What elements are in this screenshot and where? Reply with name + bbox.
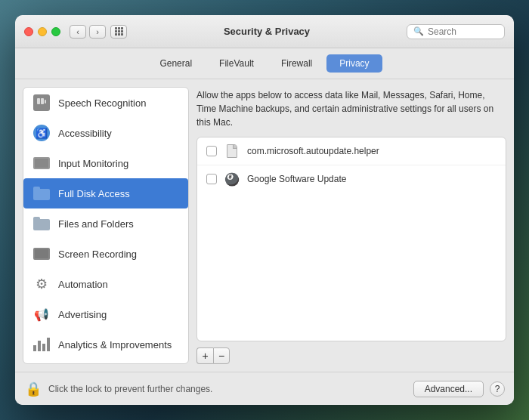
titlebar: ‹ › Security & Privacy 🔍 [15, 15, 514, 48]
forward-button[interactable]: › [89, 25, 106, 39]
nav-buttons: ‹ › [70, 25, 106, 39]
description-text: Allow the apps below to access data like… [196, 87, 506, 131]
sidebar-item-automation[interactable]: ⚙ Automation [23, 269, 188, 299]
search-input[interactable] [428, 26, 500, 37]
table-row: 🎱 Google Software Update [197, 165, 506, 193]
speech-icon [32, 94, 51, 112]
window-footer: 🔒 Click the lock to prevent further chan… [15, 372, 514, 405]
google-icon: 🎱 [224, 171, 240, 187]
apps-list: com.microsoft.autoupdate.helper 🎱 Google… [196, 137, 506, 341]
search-bar[interactable]: 🔍 [407, 24, 505, 39]
sidebar-item-label: Advertising [58, 309, 107, 320]
app-checkbox-google[interactable] [206, 174, 217, 184]
speaker-icon: 📢 [32, 305, 51, 323]
sidebar-item-input-monitoring[interactable]: Input Monitoring [23, 148, 188, 178]
table-row: com.microsoft.autoupdate.helper [197, 137, 506, 165]
sidebar-item-speech-recognition[interactable]: Speech Recognition [23, 88, 188, 118]
minimize-button[interactable] [38, 27, 47, 36]
svg-rect-1 [41, 98, 44, 104]
add-remove-bar: + − [196, 347, 506, 364]
search-icon: 🔍 [413, 26, 424, 36]
sidebar-item-accessibility[interactable]: ♿ Accessibility [23, 118, 188, 148]
main-window: ‹ › Security & Privacy 🔍 General FileVau… [15, 15, 514, 405]
sidebar-item-label: Accessibility [58, 128, 112, 139]
grid-button[interactable] [110, 25, 127, 39]
lock-icon[interactable]: 🔒 [24, 380, 42, 398]
sidebar-item-label: Files and Folders [58, 218, 134, 230]
accessibility-icon: ♿ [32, 124, 51, 142]
svg-rect-0 [37, 98, 40, 104]
tabs-bar: General FileVault Firewall Privacy [15, 48, 514, 79]
sidebar-item-advertising[interactable]: 📢 Advertising [23, 299, 188, 329]
lock-text: Click the lock to prevent further change… [48, 384, 212, 394]
chart-icon [32, 335, 51, 354]
right-panel: Allow the apps below to access data like… [196, 87, 506, 364]
sidebar-item-full-disk-access[interactable]: Full Disk Access [23, 178, 188, 208]
sidebar-item-label: Input Monitoring [58, 158, 128, 169]
add-app-button[interactable]: + [196, 347, 213, 364]
tab-filevault[interactable]: FileVault [206, 54, 267, 73]
file-icon [224, 144, 240, 159]
tab-privacy[interactable]: Privacy [326, 54, 382, 73]
sidebar-item-label: Automation [58, 279, 108, 290]
help-button[interactable]: ? [490, 381, 505, 397]
svg-rect-2 [45, 100, 46, 103]
sidebar-item-label: Full Disk Access [58, 188, 130, 199]
advanced-button[interactable]: Advanced... [413, 381, 484, 397]
tab-general[interactable]: General [147, 54, 205, 73]
screen-icon [32, 245, 51, 263]
traffic-lights [24, 27, 60, 36]
back-button[interactable]: ‹ [70, 25, 86, 39]
sidebar-item-files-and-folders[interactable]: Files and Folders [23, 208, 188, 239]
app-name: com.microsoft.autoupdate.helper [247, 146, 379, 156]
remove-app-button[interactable]: − [213, 347, 230, 364]
main-content: Speech Recognition ♿ Accessibility Input… [15, 79, 514, 372]
maximize-button[interactable] [51, 27, 60, 36]
sidebar-item-label: Screen Recording [58, 249, 137, 260]
gear-icon: ⚙ [32, 275, 51, 293]
lock-area[interactable]: 🔒 Click the lock to prevent further chan… [24, 380, 413, 398]
window-title: Security & Privacy [127, 26, 407, 37]
sidebar-item-analytics[interactable]: Analytics & Improvements [23, 329, 188, 360]
grid-icon [115, 27, 123, 36]
folder-gray-icon [32, 215, 51, 233]
app-name: Google Software Update [247, 174, 346, 184]
sidebar: Speech Recognition ♿ Accessibility Input… [23, 87, 189, 364]
close-button[interactable] [24, 27, 33, 36]
folder-blue-icon [32, 184, 51, 202]
sidebar-item-screen-recording[interactable]: Screen Recording [23, 239, 188, 269]
app-checkbox-msautoupdate[interactable] [206, 146, 217, 156]
monitor-icon [32, 154, 51, 172]
sidebar-item-label: Speech Recognition [58, 97, 146, 109]
sidebar-item-label: Analytics & Improvements [58, 339, 172, 351]
tab-firewall[interactable]: Firewall [268, 54, 325, 73]
